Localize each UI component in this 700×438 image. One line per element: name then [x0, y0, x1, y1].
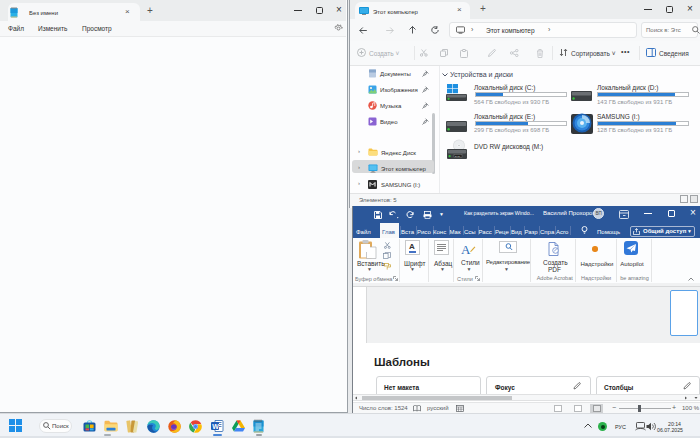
- svg-text:A: A: [461, 242, 471, 257]
- svg-text:W: W: [212, 423, 219, 430]
- svg-text:DVD: DVD: [455, 155, 460, 158]
